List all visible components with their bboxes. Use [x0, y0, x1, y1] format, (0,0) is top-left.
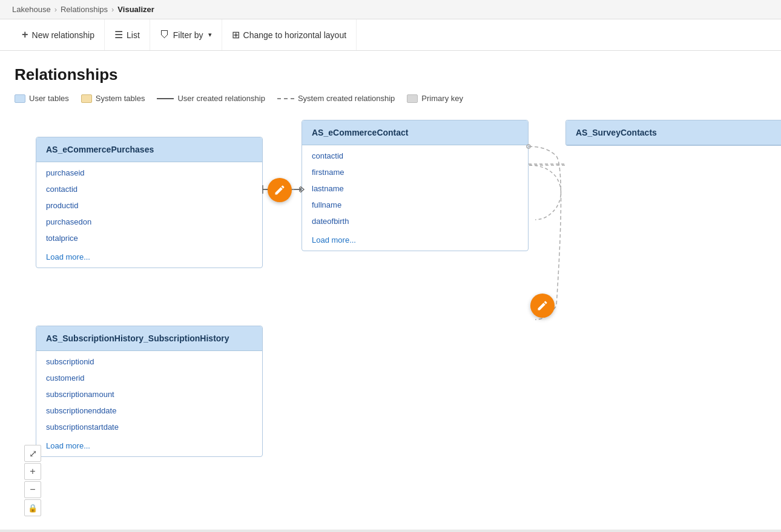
list-item: purchaseid	[36, 165, 262, 181]
layout-icon: ⊞	[232, 29, 240, 41]
legend-system-relationship: System created relationship	[277, 94, 395, 103]
legend-system-tables-box	[81, 94, 92, 103]
breadcrumb-lakehouse[interactable]: Lakehouse	[12, 5, 51, 14]
list-item: fullname	[302, 197, 528, 213]
legend-solid-line	[157, 98, 174, 99]
legend-user-tables-box	[15, 94, 25, 103]
list-item: firstname	[302, 164, 528, 180]
legend-pk-box	[407, 94, 418, 103]
pencil-icon	[536, 300, 549, 312]
breadcrumb-sep2: ›	[111, 5, 114, 14]
plus-zoom-icon: +	[30, 466, 35, 477]
new-relationship-button[interactable]: + New relationship	[12, 19, 105, 50]
table-ecommerce-contact-header: AS_eCommerceContact	[302, 120, 528, 145]
list-item: purchasedon	[36, 214, 262, 230]
edit-relationship-btn-2[interactable]	[530, 294, 555, 318]
list-item: productid	[36, 197, 262, 214]
legend-user-tables: User tables	[15, 94, 69, 103]
main-content: Relationships User tables System tables …	[0, 51, 781, 530]
list-button[interactable]: ☰ List	[105, 19, 150, 50]
list-item: subscriptionenddate	[36, 402, 262, 419]
table-survey-contacts-name: AS_SurveyContacts	[576, 128, 657, 137]
list-item: contactid	[36, 181, 262, 197]
table-ecommerce-contact-name: AS_eCommerceContact	[312, 128, 409, 137]
legend-system-relationship-label: System created relationship	[298, 94, 395, 103]
breadcrumb-visualizer: Visualizer	[117, 5, 154, 14]
table-subscription-history-name: AS_SubscriptionHistory_SubscriptionHisto…	[46, 333, 229, 343]
table-ecommerce-purchases-header: AS_eCommercePurchases	[36, 137, 262, 162]
breadcrumb-relationships[interactable]: Relationships	[61, 5, 108, 14]
list-item: subscriptionamount	[36, 386, 262, 402]
list-item: subscriptionid	[36, 353, 262, 370]
lock-icon: 🔒	[28, 504, 38, 513]
list-item: contactid	[302, 148, 528, 164]
table-ecommerce-purchases: AS_eCommercePurchases purchaseid contact…	[36, 137, 263, 268]
table-survey-contacts-header: AS_SurveyContacts	[566, 120, 781, 145]
legend-user-relationship: User created relationship	[157, 94, 265, 103]
canvas: AS_eCommercePurchases purchaseid contact…	[15, 120, 766, 526]
filter-label: Filter by	[173, 30, 203, 40]
new-relationship-label: New relationship	[32, 30, 95, 40]
minus-zoom-icon: −	[30, 484, 35, 495]
mini-controls: ⤢ + − 🔒	[24, 445, 41, 516]
table-survey-contacts: AS_SurveyContacts	[565, 120, 781, 146]
app-frame: Lakehouse › Relationships › Visualizer +…	[0, 0, 781, 532]
legend-system-tables-label: System tables	[96, 94, 145, 103]
pencil-icon	[274, 184, 286, 196]
plus-icon: +	[22, 28, 28, 41]
ecommerce-contact-load-more[interactable]: Load more...	[302, 232, 528, 251]
change-layout-label: Change to horizontal layout	[243, 30, 346, 40]
filter-icon: ⛉	[160, 30, 170, 41]
zoom-in-button[interactable]: +	[24, 463, 41, 480]
list-item: dateofbirth	[302, 213, 528, 229]
legend: User tables System tables User created r…	[15, 94, 766, 103]
list-item: subscriptionstartdate	[36, 419, 262, 435]
subscription-history-load-more[interactable]: Load more...	[36, 438, 262, 456]
breadcrumb: Lakehouse › Relationships › Visualizer	[0, 0, 781, 19]
legend-user-relationship-label: User created relationship	[177, 94, 265, 103]
chevron-down-icon: ▾	[208, 31, 212, 39]
table-subscription-history-header: AS_SubscriptionHistory_SubscriptionHisto…	[36, 326, 262, 351]
filter-by-button[interactable]: ⛉ Filter by ▾	[150, 19, 222, 50]
list-item: totalprice	[36, 230, 262, 246]
edit-relationship-btn-1[interactable]	[268, 178, 292, 202]
legend-pk-label: Primary key	[421, 94, 463, 103]
legend-dashed-line	[277, 98, 294, 99]
table-ecommerce-purchases-fields: purchaseid contactid productid purchased…	[36, 162, 262, 249]
list-icon: ☰	[114, 29, 123, 41]
zoom-out-button[interactable]: −	[24, 481, 41, 498]
legend-primary-key: Primary key	[407, 94, 463, 103]
ecommerce-purchases-load-more[interactable]: Load more...	[36, 249, 262, 268]
fit-icon: ⤢	[29, 448, 37, 459]
breadcrumb-sep1: ›	[54, 5, 57, 14]
page-title: Relationships	[15, 65, 766, 84]
table-subscription-history-fields: subscriptionid customerid subscriptionam…	[36, 351, 262, 438]
table-ecommerce-purchases-name: AS_eCommercePurchases	[46, 145, 154, 154]
legend-user-tables-label: User tables	[29, 94, 69, 103]
lock-button[interactable]: 🔒	[24, 499, 41, 516]
legend-system-tables: System tables	[81, 94, 145, 103]
table-ecommerce-contact-fields: contactid firstname lastname fullname da…	[302, 145, 528, 232]
toolbar: + New relationship ☰ List ⛉ Filter by ▾ …	[0, 19, 781, 51]
table-subscription-history: AS_SubscriptionHistory_SubscriptionHisto…	[36, 326, 263, 457]
table-ecommerce-contact: AS_eCommerceContact contactid firstname …	[302, 120, 529, 251]
list-item: customerid	[36, 370, 262, 386]
list-label: List	[127, 30, 140, 40]
list-item: lastname	[302, 180, 528, 197]
change-layout-button[interactable]: ⊞ Change to horizontal layout	[222, 19, 357, 50]
fit-view-button[interactable]: ⤢	[24, 445, 41, 462]
